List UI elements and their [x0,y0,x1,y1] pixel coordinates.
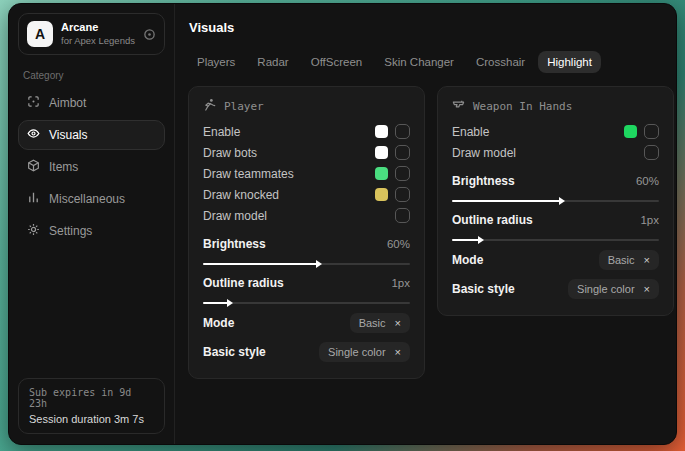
select-value: Basic [608,254,635,266]
checkbox[interactable] [395,208,410,223]
slider-fill [452,200,560,202]
setting-label: Basic style [452,282,515,296]
slider[interactable] [452,239,659,241]
toggle-controls [375,124,410,139]
main-area: Visuals PlayersRadarOffScreenSkin Change… [175,4,677,444]
slider[interactable] [203,302,410,304]
toggle-controls [375,166,410,181]
sidebar-item-label: Items [49,160,78,174]
target-icon[interactable] [143,28,156,41]
color-swatch[interactable] [375,167,388,180]
desktop-background: A Arcane for Apex Legends Category Aimbo… [0,0,685,451]
slider-value: 1px [391,277,410,289]
panel-player-body: EnableDraw botsDraw teammatesDraw knocke… [203,121,410,365]
app-subtitle: for Apex Legends [61,35,135,47]
sidebar-nav: Aimbot Visuals Items Miscellaneous Setti… [18,88,165,246]
select-pill[interactable]: Basic× [350,313,410,333]
checkbox[interactable] [644,124,659,139]
panels-container: Player EnableDraw botsDraw teammatesDraw… [188,86,674,379]
setting-label: Draw model [452,146,516,160]
checkbox[interactable] [395,166,410,181]
setting-label: Outline radius [452,213,533,227]
clear-icon[interactable]: × [644,255,650,266]
checkbox[interactable] [644,145,659,160]
panel-title: Player [224,100,264,113]
setting-label: Enable [452,125,489,139]
select-pill[interactable]: Single color× [319,342,410,362]
slider-label-row: Outline radius1px [203,272,410,293]
slider-group: Outline radius1px [452,209,659,241]
slider-value: 60% [387,238,410,250]
category-label: Category [23,70,160,81]
eye-icon [27,127,40,143]
color-swatch[interactable] [624,125,637,138]
session-duration-text: Session duration 3m 7s [29,413,154,425]
tab-crosshair[interactable]: Crosshair [467,51,534,73]
setting-label: Mode [452,253,483,267]
clear-icon[interactable]: × [644,284,650,295]
sidebar-item-aimbot[interactable]: Aimbot [18,88,165,118]
setting-label: Brightness [452,174,515,188]
tab-skin-changer[interactable]: Skin Changer [375,51,463,73]
sidebar-spacer [18,246,165,378]
toggle-controls [375,187,410,202]
sidebar-item-miscellaneous[interactable]: Miscellaneous [18,184,165,214]
slider-fill [452,239,479,241]
sidebar-item-items[interactable]: Items [18,152,165,182]
select-row: Basic styleSingle color× [203,339,410,365]
toggle-row: Draw teammates [203,163,410,184]
setting-label: Enable [203,125,240,139]
toggle-row: Draw knocked [203,184,410,205]
setting-label: Draw model [203,209,267,223]
color-swatch[interactable] [375,146,388,159]
select-row: ModeBasic× [452,247,659,273]
select-pill[interactable]: Basic× [599,250,659,270]
checkbox[interactable] [395,124,410,139]
app-logo: A [27,21,53,47]
slider-label-row: Brightness60% [203,233,410,254]
color-swatch[interactable] [375,125,388,138]
checkbox[interactable] [395,187,410,202]
select-row: ModeBasic× [203,310,410,336]
sidebar-item-visuals[interactable]: Visuals [18,120,165,150]
toggle-row: Enable [452,121,659,142]
setting-label: Mode [203,316,234,330]
slider[interactable] [452,200,659,202]
toggle-controls [624,124,659,139]
clear-icon[interactable]: × [395,318,401,329]
app-name: Arcane [61,21,135,35]
toggle-row: Draw bots [203,142,410,163]
sub-expires-text: Sub expires in 9d 23h [29,387,154,409]
setting-label: Draw bots [203,146,257,160]
clear-icon[interactable]: × [395,347,401,358]
select-pill[interactable]: Single color× [568,279,659,299]
slider-group: Brightness60% [452,170,659,202]
brand-text: Arcane for Apex Legends [61,21,135,47]
toggle-row: Draw model [452,142,659,163]
crosshair-icon [27,95,40,111]
slider[interactable] [203,263,410,265]
panel-weapon: Weapon In Hands EnableDraw modelBrightne… [437,86,674,316]
panel-weapon-body: EnableDraw modelBrightness60%Outline rad… [452,121,659,302]
slider-value: 1px [640,214,659,226]
tab-highlight[interactable]: Highlight [538,51,601,73]
slider-value: 60% [636,175,659,187]
tab-radar[interactable]: Radar [248,51,297,73]
slider-label-row: Outline radius1px [452,209,659,230]
tab-offscreen[interactable]: OffScreen [302,51,372,73]
tab-players[interactable]: Players [188,51,244,73]
select-row: Basic styleSingle color× [452,276,659,302]
brand-card: A Arcane for Apex Legends [18,13,165,55]
panel-player: Player EnableDraw botsDraw teammatesDraw… [188,86,425,379]
setting-label: Outline radius [203,276,284,290]
slider-label-row: Brightness60% [452,170,659,191]
checkbox[interactable] [395,145,410,160]
session-card: Sub expires in 9d 23h Session duration 3… [18,378,165,434]
sidebar-item-settings[interactable]: Settings [18,216,165,246]
weapon-icon [452,98,465,114]
bars-icon [27,191,40,207]
slider-group: Outline radius1px [203,272,410,304]
color-swatch[interactable] [375,188,388,201]
sidebar-item-label: Visuals [49,128,87,142]
toggle-row: Draw model [203,205,410,226]
